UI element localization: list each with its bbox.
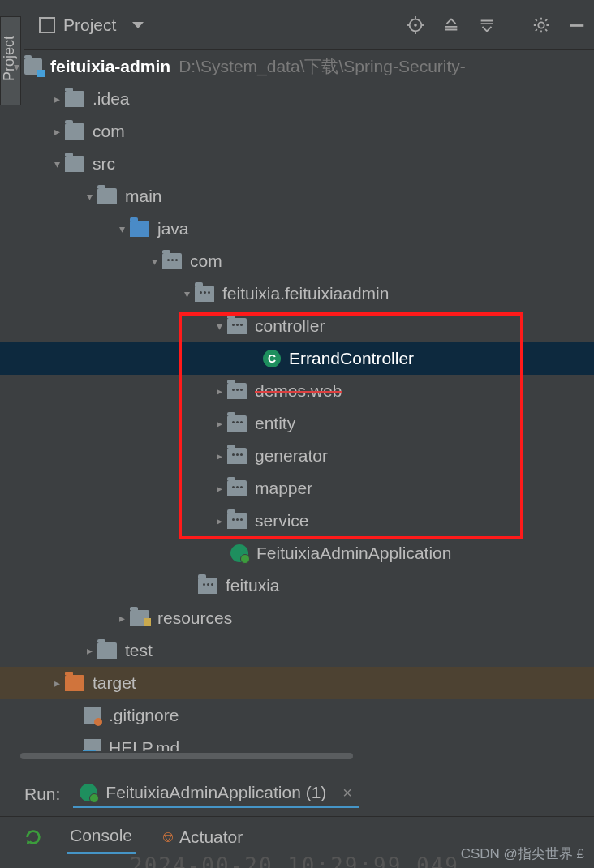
chevron-right-icon[interactable]: ▸ — [211, 514, 227, 527]
project-label: Project — [63, 15, 116, 35]
close-icon[interactable]: × — [342, 784, 352, 802]
tree-item-entity[interactable]: ▸entity — [0, 407, 594, 440]
scrollbar-thumb[interactable] — [20, 753, 353, 759]
tree-root[interactable]: ▾ feituixia-admin D:\System_data\下载\Spri… — [0, 50, 594, 83]
label: mapper — [255, 479, 312, 498]
chevron-right-icon[interactable]: ▸ — [211, 417, 227, 430]
console-tab[interactable]: Console — [67, 819, 136, 854]
tree-item-idea[interactable]: ▸.idea — [0, 83, 594, 115]
gitignore-file-icon — [84, 707, 101, 724]
label: generator — [255, 446, 328, 466]
run-config-name: FeituixiaAdminApplication (1) — [105, 783, 326, 802]
source-folder-icon — [130, 221, 149, 237]
clipped-log-line: 2024-00-20 10:29:99.049 — [130, 853, 459, 868]
target-folder-icon — [65, 675, 84, 691]
package-icon — [227, 383, 247, 399]
chevron-down-icon[interactable]: ▾ — [8, 60, 24, 73]
chevron-right-icon[interactable]: ▸ — [49, 677, 65, 690]
folder-icon — [65, 156, 84, 172]
separator — [514, 13, 514, 37]
horizontal-scrollbar[interactable] — [20, 751, 594, 761]
label: main — [125, 187, 162, 206]
package-icon — [227, 448, 247, 464]
rerun-icon[interactable] — [24, 828, 42, 846]
label: test — [125, 641, 153, 660]
tree-item-feituxia[interactable]: feituxia — [0, 569, 594, 602]
label: ErrandController — [289, 349, 414, 368]
chevron-down-icon[interactable]: ▾ — [114, 222, 130, 235]
label: src — [93, 154, 115, 174]
tree-item-generator[interactable]: ▸generator — [0, 440, 594, 472]
label: feituixia.feituixiaadmin — [222, 284, 389, 303]
root-name: feituixia-admin — [50, 57, 170, 76]
module-icon — [24, 58, 42, 75]
package-icon — [227, 415, 247, 432]
gear-icon[interactable] — [532, 16, 550, 34]
tree-item-com[interactable]: ▸com — [0, 115, 594, 148]
tree-item-pkgroot[interactable]: ▾feituixia.feituixiaadmin — [0, 277, 594, 310]
tree-item-com2[interactable]: ▾com — [0, 245, 594, 277]
tree-item-test[interactable]: ▸test — [0, 634, 594, 667]
chevron-down-icon[interactable]: ▾ — [49, 157, 65, 170]
project-toolbar: Project — [24, 0, 594, 50]
tree-item-service[interactable]: ▸service — [0, 505, 594, 537]
chevron-down-icon[interactable]: ▾ — [81, 190, 97, 203]
tree-item-controller[interactable]: ▾controller — [0, 310, 594, 342]
class-icon: C — [263, 350, 281, 367]
spring-app-icon — [80, 784, 97, 801]
chevron-right-icon[interactable]: ▸ — [81, 644, 97, 657]
project-icon — [39, 17, 55, 33]
tree-item-demos[interactable]: ▸demos.web — [0, 375, 594, 407]
chevron-down-icon — [132, 22, 144, 28]
label: com — [93, 122, 125, 141]
tree-item-mapper[interactable]: ▸mapper — [0, 472, 594, 505]
package-icon — [227, 480, 247, 496]
tree-item-java[interactable]: ▾java — [0, 213, 594, 245]
project-tree[interactable]: ▾ feituixia-admin D:\System_data\下载\Spri… — [0, 50, 594, 763]
chevron-right-icon[interactable]: ▸ — [49, 125, 65, 138]
label: Actuator — [179, 827, 243, 847]
tree-item-app-class[interactable]: FeituixiaAdminApplication — [0, 537, 594, 569]
chevron-right-icon[interactable]: ▸ — [211, 385, 227, 397]
hide-icon[interactable] — [568, 16, 586, 34]
folder-icon — [65, 123, 84, 140]
tree-item-target[interactable]: ▸target — [0, 667, 594, 699]
collapse-all-icon[interactable] — [478, 16, 496, 34]
label: java — [157, 219, 189, 238]
tree-item-resources[interactable]: ▸resources — [0, 602, 594, 634]
tree-item-main[interactable]: ▾main — [0, 180, 594, 213]
label: resources — [157, 608, 232, 628]
chevron-down-icon[interactable]: ▾ — [211, 320, 227, 333]
folder-icon — [97, 188, 117, 204]
package-icon — [195, 286, 214, 302]
folder-icon — [97, 642, 117, 659]
chevron-down-icon[interactable]: ▾ — [179, 287, 195, 300]
resources-folder-icon — [130, 610, 149, 626]
chevron-right-icon[interactable]: ▸ — [211, 449, 227, 462]
package-icon — [198, 578, 217, 594]
actuator-tab[interactable]: ⎊Actuator — [160, 821, 246, 853]
locate-icon[interactable] — [407, 16, 424, 34]
toolbar-actions — [407, 13, 586, 37]
label: entity — [255, 414, 295, 433]
label: service — [255, 511, 309, 531]
chevron-right-icon[interactable]: ▸ — [211, 482, 227, 495]
label: FeituixiaAdminApplication — [256, 544, 451, 563]
run-config-tab[interactable]: FeituixiaAdminApplication (1) × — [73, 780, 359, 808]
chevron-down-icon[interactable]: ▾ — [146, 255, 162, 268]
chevron-right-icon[interactable]: ▸ — [114, 612, 130, 625]
tree-item-errand-controller[interactable]: CErrandController — [0, 342, 594, 375]
label: com — [190, 251, 222, 271]
spring-app-icon — [230, 544, 248, 562]
root-path: D:\System_data\下载\Spring-Security- — [179, 55, 466, 78]
expand-all-icon[interactable] — [442, 16, 460, 34]
run-label: Run: — [24, 784, 60, 804]
chevron-right-icon[interactable]: ▸ — [49, 92, 65, 105]
tree-item-src[interactable]: ▾src — [0, 148, 594, 180]
watermark-text: CSDN @指尖世界 ₤ — [461, 844, 584, 863]
project-view-selector[interactable]: Project — [32, 12, 150, 38]
tree-item-gitignore[interactable]: .gitignore — [0, 699, 594, 732]
svg-point-6 — [538, 22, 544, 28]
label: .idea — [93, 89, 130, 109]
package-icon — [227, 318, 247, 334]
